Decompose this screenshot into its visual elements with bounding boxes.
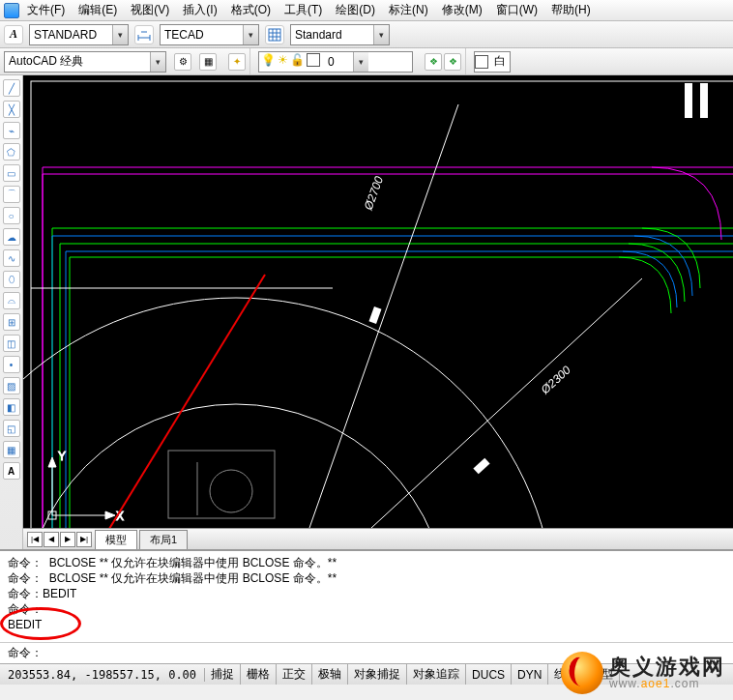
workspace-input[interactable] bbox=[5, 52, 150, 72]
lock-icon: 🔓 bbox=[290, 53, 305, 70]
command-input[interactable] bbox=[43, 647, 725, 660]
status-osnap[interactable]: 对象捕捉 bbox=[348, 664, 407, 685]
command-history: 命令： BCLOSE ** 仅允许在块编辑器中使用 BCLOSE 命令。** 命… bbox=[0, 549, 733, 642]
layers-manager-icon[interactable]: ✦ bbox=[228, 53, 246, 71]
menu-view[interactable]: 视图(V) bbox=[125, 0, 175, 20]
status-lwt[interactable]: 线宽 bbox=[548, 664, 584, 685]
color-combo[interactable]: 白 bbox=[474, 51, 511, 73]
text-tool[interactable]: A bbox=[3, 462, 20, 480]
menu-window[interactable]: 窗口(W) bbox=[490, 0, 543, 20]
tab-nav-prev[interactable]: ◀ bbox=[44, 532, 59, 547]
tablestyle-input[interactable] bbox=[291, 25, 373, 44]
main-area: ╱ ╳ ⌁ ⬠ ▭ ⌒ ○ ☁ ∿ ⬯ ⌓ ⊞ ◫ • ▨ ◧ ◱ ▦ A bbox=[0, 75, 733, 549]
gradient-tool[interactable]: ◧ bbox=[3, 398, 20, 416]
tab-nav-first[interactable]: |◀ bbox=[27, 532, 43, 547]
hatch-tool[interactable]: ▨ bbox=[3, 377, 20, 394]
draw-toolbar: ╱ ╳ ⌁ ⬠ ▭ ⌒ ○ ☁ ∿ ⬯ ⌓ ⊞ ◫ • ▨ ◧ ◱ ▦ A bbox=[0, 75, 23, 549]
tablestyle-icon[interactable] bbox=[265, 25, 284, 44]
svg-rect-7 bbox=[369, 306, 382, 324]
polyline-tool[interactable]: ⌁ bbox=[3, 122, 20, 139]
status-otrack[interactable]: 对象追踪 bbox=[407, 664, 466, 685]
region-tool[interactable]: ◱ bbox=[3, 420, 20, 437]
tab-nav-next[interactable]: ▶ bbox=[60, 532, 75, 547]
dimstyle-dropdown-icon[interactable]: ▾ bbox=[243, 25, 258, 44]
textstyle-dropdown-icon[interactable]: ▾ bbox=[112, 25, 128, 44]
bulb-icon: 💡 bbox=[261, 53, 276, 70]
spline-tool[interactable]: ∿ bbox=[3, 249, 20, 267]
insert-tool[interactable]: ⊞ bbox=[3, 313, 20, 331]
drawing-canvas[interactable]: Ø2700 Ø2300 Y X bbox=[23, 75, 733, 528]
tab-layout1[interactable]: 布局1 bbox=[139, 530, 188, 549]
status-snap[interactable]: 捕捉 bbox=[205, 664, 241, 685]
color-swatch bbox=[475, 55, 488, 69]
menu-file[interactable]: 文件(F) bbox=[21, 0, 71, 20]
svg-marker-15 bbox=[48, 457, 56, 467]
polygon-tool[interactable]: ⬠ bbox=[3, 143, 20, 160]
layer-filter-icon[interactable]: ❖ bbox=[425, 53, 442, 71]
app-icon bbox=[4, 3, 19, 18]
layer-name-input[interactable] bbox=[324, 52, 353, 72]
dimstyle-input[interactable] bbox=[161, 25, 243, 44]
circle-tool[interactable]: ○ bbox=[3, 207, 20, 224]
status-ortho[interactable]: 正交 bbox=[277, 664, 312, 685]
sun-icon: ☀ bbox=[278, 53, 288, 70]
workspace-combo[interactable]: ▾ bbox=[4, 51, 166, 73]
svg-point-10 bbox=[210, 470, 252, 512]
menu-dimension[interactable]: 标注(N) bbox=[383, 0, 434, 20]
svg-rect-13 bbox=[700, 83, 708, 118]
tab-nav-last[interactable]: ▶| bbox=[76, 532, 92, 547]
svg-rect-12 bbox=[685, 83, 692, 118]
workspace-dash-icon[interactable]: ▦ bbox=[199, 53, 217, 71]
layout-tabs: |◀ ◀ ▶ ▶| 模型 布局1 bbox=[23, 528, 733, 549]
dim-2300: Ø2300 bbox=[538, 363, 573, 396]
layer-combo[interactable]: 💡 ☀ 🔓 ▾ bbox=[258, 51, 413, 73]
svg-line-19 bbox=[54, 275, 265, 528]
workspace-dropdown-icon[interactable]: ▾ bbox=[150, 52, 165, 72]
drawing-svg: Ø2700 Ø2300 Y X bbox=[23, 75, 733, 528]
menu-format[interactable]: 格式(O) bbox=[225, 0, 277, 20]
menu-draw[interactable]: 绘图(D) bbox=[330, 0, 381, 20]
cmd-line: 命令： BCLOSE ** 仅允许在块编辑器中使用 BCLOSE 命令。** bbox=[8, 570, 725, 586]
menu-insert[interactable]: 插入(I) bbox=[177, 0, 222, 20]
dimstyle-combo[interactable]: ▾ bbox=[160, 24, 259, 45]
workspace-gear-icon[interactable]: ⚙ bbox=[174, 53, 191, 71]
status-model[interactable]: 模型 bbox=[584, 664, 620, 685]
point-tool[interactable]: • bbox=[3, 356, 20, 373]
menu-tools[interactable]: 工具(T) bbox=[279, 0, 328, 20]
ellipsearc-tool[interactable]: ⌓ bbox=[3, 292, 20, 309]
rectangle-tool[interactable]: ▭ bbox=[3, 164, 20, 182]
menu-modify[interactable]: 修改(M) bbox=[436, 0, 488, 20]
textstyle-input[interactable] bbox=[30, 25, 112, 44]
dimstyle-icon[interactable] bbox=[134, 25, 154, 44]
color-swatch-icon bbox=[307, 53, 322, 70]
status-dyn[interactable]: DYN bbox=[512, 664, 548, 685]
command-input-row: 命令： bbox=[0, 642, 733, 663]
menu-help[interactable]: 帮助(H) bbox=[545, 0, 597, 20]
block-tool[interactable]: ◫ bbox=[3, 335, 20, 352]
arc-tool[interactable]: ⌒ bbox=[3, 186, 20, 203]
svg-line-6 bbox=[371, 278, 642, 528]
cmd-line: 命令：BEDIT bbox=[8, 586, 725, 601]
textstyle-icon[interactable]: A bbox=[4, 25, 23, 44]
ucs-y-label: Y bbox=[58, 450, 66, 463]
tablestyle-combo[interactable]: ▾ bbox=[290, 24, 390, 45]
menu-edit[interactable]: 编辑(E) bbox=[73, 0, 123, 20]
command-prompt-label: 命令： bbox=[8, 645, 43, 661]
status-ducs[interactable]: DUCS bbox=[466, 664, 512, 685]
canvas-wrap: Ø2700 Ø2300 Y X bbox=[23, 75, 733, 549]
xline-tool[interactable]: ╳ bbox=[3, 101, 20, 118]
status-grid[interactable]: 栅格 bbox=[241, 664, 277, 685]
tablestyle-dropdown-icon[interactable]: ▾ bbox=[373, 25, 389, 44]
line-tool[interactable]: ╱ bbox=[3, 79, 20, 97]
ellipse-tool[interactable]: ⬯ bbox=[3, 271, 20, 288]
table-tool[interactable]: ▦ bbox=[3, 441, 20, 458]
textstyle-combo[interactable]: ▾ bbox=[29, 24, 129, 45]
tab-model[interactable]: 模型 bbox=[95, 530, 137, 549]
layer-filter-refresh-icon[interactable]: ❖ bbox=[444, 53, 461, 71]
status-polar[interactable]: 极轴 bbox=[312, 664, 348, 685]
layer-dropdown-icon[interactable]: ▾ bbox=[353, 52, 368, 72]
styles-toolbar: A ▾ ▾ ▾ bbox=[0, 21, 733, 48]
svg-rect-1 bbox=[31, 81, 733, 528]
revcloud-tool[interactable]: ☁ bbox=[3, 228, 20, 246]
svg-rect-0 bbox=[269, 29, 280, 41]
